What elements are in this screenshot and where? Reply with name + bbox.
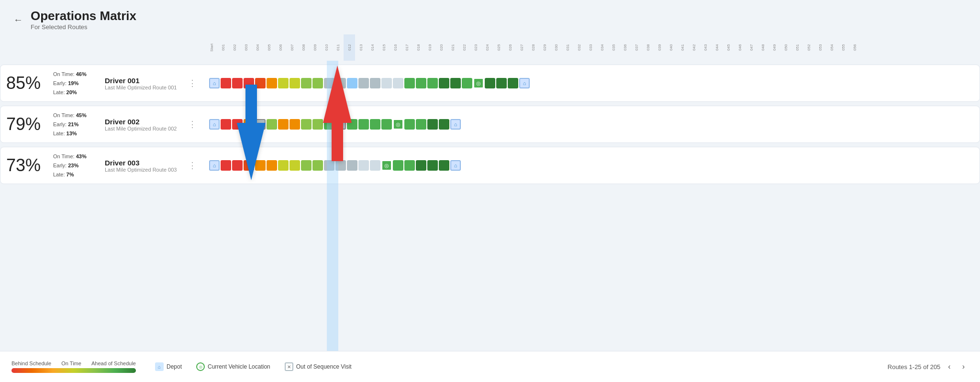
back-button[interactable]: ← <box>11 12 25 27</box>
stop-cell-1-9[interactable] <box>312 78 323 88</box>
stop-cell-3-10[interactable] <box>324 160 334 171</box>
stop-cell-3-7[interactable] <box>290 160 300 171</box>
stop-cell-3-4[interactable] <box>255 160 266 171</box>
stop-cell-3-20[interactable] <box>439 160 449 171</box>
column-headers: Start00100200300400500600700800901001101… <box>0 34 980 61</box>
stop-cell-2-2[interactable] <box>232 119 243 130</box>
driver-stats-3: 73%On Time: 43%Early: 23%Late: 7%Driver … <box>0 147 206 184</box>
stop-cell-2-9[interactable] <box>312 119 323 130</box>
next-page-button[interactable]: › <box>958 360 969 373</box>
stop-cell-1-23[interactable]: ◎ <box>473 78 484 88</box>
col-header-052: 052 <box>803 34 814 61</box>
stop-cells-2: ⌂✕✕◎⌂ <box>206 115 464 133</box>
stop-cell-2-0[interactable]: ⌂ <box>209 119 220 130</box>
stop-cell-3-1[interactable] <box>221 160 231 171</box>
stop-cell-3-17[interactable] <box>404 160 415 171</box>
more-button-2[interactable]: ⋮ <box>184 117 200 131</box>
stop-cell-3-16[interactable] <box>393 160 403 171</box>
col-header-046: 046 <box>734 34 746 61</box>
col-header-039: 039 <box>654 34 665 61</box>
stop-cell-2-16[interactable]: ◎ <box>393 119 403 130</box>
col-header-034: 034 <box>596 34 608 61</box>
stop-cell-3-6[interactable] <box>278 160 289 171</box>
col-header-020: 020 <box>435 34 447 61</box>
stop-cell-3-13[interactable] <box>358 160 369 171</box>
stop-cell-1-16[interactable] <box>393 78 403 88</box>
stop-cell-1-2[interactable] <box>232 78 243 88</box>
stop-cell-1-20[interactable] <box>439 78 449 88</box>
stop-cell-3-21[interactable]: ⌂ <box>450 160 461 171</box>
stop-cell-1-4[interactable] <box>255 78 266 88</box>
stop-cell-3-15[interactable]: ◎ <box>381 160 392 171</box>
stop-cell-2-1[interactable] <box>221 119 231 130</box>
stop-cell-2-10[interactable] <box>324 119 334 130</box>
stop-cell-3-2[interactable] <box>232 160 243 171</box>
stop-cell-1-17[interactable] <box>404 78 415 88</box>
stop-cell-3-5[interactable] <box>267 160 277 171</box>
stop-cell-1-7[interactable] <box>290 78 300 88</box>
stop-cell-2-8[interactable] <box>301 119 312 130</box>
col-header-013: 013 <box>355 34 367 61</box>
stop-cell-1-26[interactable] <box>508 78 518 88</box>
stop-cell-1-13[interactable] <box>358 78 369 88</box>
stop-cell-2-7[interactable] <box>290 119 300 130</box>
driver-detail-2: On Time: 45%Early: 21%Late: 13% <box>53 111 101 138</box>
stop-cell-2-5[interactable] <box>267 119 277 130</box>
stop-cell-3-18[interactable] <box>416 160 426 171</box>
stop-cell-1-21[interactable] <box>450 78 461 88</box>
driver-row-1: 85%On Time: 46%Early: 19%Late: 20%Driver… <box>0 65 980 102</box>
col-header-032: 032 <box>573 34 585 61</box>
stop-cell-1-27[interactable]: ⌂ <box>519 78 530 88</box>
stop-cell-2-19[interactable] <box>427 119 438 130</box>
stop-cell-2-12[interactable] <box>347 119 357 130</box>
route-name-1: Last Mile Optimized Route 001 <box>105 85 180 90</box>
more-button-3[interactable]: ⋮ <box>184 158 200 173</box>
stop-cell-3-11[interactable] <box>335 160 346 171</box>
more-button-1[interactable]: ⋮ <box>184 76 200 90</box>
stop-cell-1-8[interactable] <box>301 78 312 88</box>
prev-page-button[interactable]: ‹ <box>944 360 954 373</box>
stop-cell-2-4[interactable]: ✕ <box>255 119 266 130</box>
col-header-005: 005 <box>263 34 275 61</box>
stop-cell-2-15[interactable] <box>381 119 392 130</box>
driver-row-2: 79%On Time: 45%Early: 21%Late: 13%Driver… <box>0 106 980 143</box>
stop-cell-1-25[interactable] <box>496 78 507 88</box>
col-header-001: 001 <box>217 34 229 61</box>
stop-cell-1-11[interactable] <box>335 78 346 88</box>
stop-cell-1-24[interactable] <box>485 78 495 88</box>
stop-cell-3-8[interactable] <box>301 160 312 171</box>
col-header-051: 051 <box>791 34 803 61</box>
stop-cell-3-14[interactable] <box>370 160 380 171</box>
stop-cell-1-19[interactable] <box>427 78 438 88</box>
stop-cell-2-17[interactable] <box>404 119 415 130</box>
stop-cell-1-15[interactable] <box>381 78 392 88</box>
ahead-label: Ahead of Schedule <box>91 360 136 366</box>
stop-cell-2-13[interactable] <box>358 119 369 130</box>
stop-cell-3-19[interactable] <box>427 160 438 171</box>
stop-cell-2-3[interactable] <box>244 119 254 130</box>
stop-cell-1-18[interactable] <box>416 78 426 88</box>
stop-cell-2-20[interactable] <box>439 119 449 130</box>
stop-cell-3-9[interactable] <box>312 160 323 171</box>
stop-cell-1-5[interactable] <box>267 78 277 88</box>
stop-cell-1-22[interactable] <box>462 78 472 88</box>
stop-cell-2-11[interactable]: ✕ <box>335 119 346 130</box>
stop-cell-3-3[interactable] <box>244 160 254 171</box>
stop-cell-1-12[interactable] <box>347 78 357 88</box>
stop-cell-1-1[interactable] <box>221 78 231 88</box>
legend-footer: Behind Schedule On Time Ahead of Schedul… <box>0 351 980 382</box>
stop-cell-1-10[interactable] <box>324 78 334 88</box>
stop-cell-2-6[interactable] <box>278 119 289 130</box>
stop-cell-2-14[interactable] <box>370 119 380 130</box>
stop-cell-1-3[interactable] <box>244 78 254 88</box>
stop-cell-3-12[interactable] <box>347 160 357 171</box>
gradient-bar <box>11 368 136 373</box>
stop-cell-1-0[interactable]: ⌂ <box>209 78 220 88</box>
stop-cell-1-6[interactable] <box>278 78 289 88</box>
stop-cell-2-18[interactable] <box>416 119 426 130</box>
stop-cell-1-14[interactable] <box>370 78 380 88</box>
stop-cell-3-0[interactable]: ⌂ <box>209 160 220 171</box>
col-header-048: 048 <box>757 34 768 61</box>
stop-cell-2-21[interactable]: ⌂ <box>450 119 461 130</box>
stop-cells-3: ⌂◎⌂ <box>206 156 464 175</box>
